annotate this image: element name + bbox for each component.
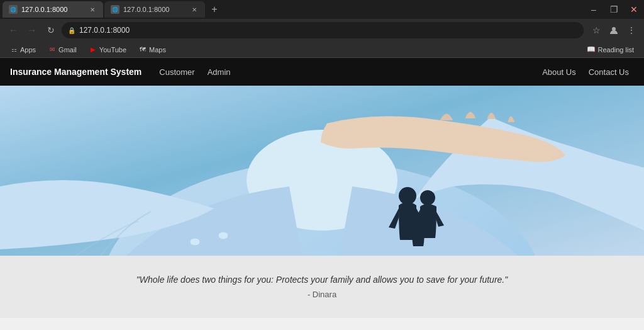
website-content: Insurance Management System Customer Adm… xyxy=(0,58,644,318)
youtube-favicon: ▶ xyxy=(89,46,97,54)
quote-author: - Dinara xyxy=(308,290,336,299)
svg-point-8 xyxy=(218,232,228,239)
maps-favicon: 🗺 xyxy=(139,46,147,54)
bookmark-apps-label: Apps xyxy=(20,46,36,54)
tab-2-title: 127.0.0.1:8000 xyxy=(123,6,186,13)
app-nav-links: Customer Admin xyxy=(154,65,235,79)
bookmark-youtube[interactable]: ▶ YouTube xyxy=(84,45,131,55)
menu-button[interactable]: ⋮ xyxy=(624,23,639,38)
app-navbar: Insurance Management System Customer Adm… xyxy=(0,58,644,86)
close-button[interactable]: ✕ xyxy=(626,2,641,17)
tab-2-close[interactable]: ✕ xyxy=(190,5,199,14)
hero-section xyxy=(0,86,644,256)
quote-section: "Whole life does two things for you: Pro… xyxy=(0,256,644,318)
url-display: 127.0.0.1:8000 xyxy=(79,26,577,35)
bookmark-star-button[interactable]: ☆ xyxy=(589,23,604,38)
address-input[interactable]: 🔒 127.0.0.1:8000 xyxy=(62,22,584,38)
bookmark-maps-label: Maps xyxy=(149,46,166,54)
bookmark-maps[interactable]: 🗺 Maps xyxy=(134,45,171,55)
app-brand: Insurance Management System xyxy=(10,67,142,77)
tab-1-favicon: 🌐 xyxy=(9,5,18,14)
address-bar: ← → ↻ 🔒 127.0.0.1:8000 ☆ ⋮ xyxy=(0,19,644,42)
apps-favicon: ⚏ xyxy=(10,46,18,54)
tab-2-favicon: 🌐 xyxy=(111,5,119,14)
new-tab-button[interactable]: + xyxy=(206,1,223,18)
bookmark-apps[interactable]: ⚏ Apps xyxy=(5,45,41,55)
address-bar-right: ☆ ⋮ xyxy=(589,23,639,38)
forward-button[interactable]: → xyxy=(24,22,40,38)
bookmarks-bar: ⚏ Apps ✉ Gmail ▶ YouTube 🗺 Maps 📖 Readin… xyxy=(0,42,644,58)
back-button[interactable]: ← xyxy=(5,22,21,38)
svg-point-4 xyxy=(399,187,416,205)
tab-1[interactable]: 🌐 127.0.0.1:8000 ✕ xyxy=(3,1,103,18)
lock-icon: 🔒 xyxy=(68,27,75,34)
minimize-button[interactable]: – xyxy=(586,2,601,17)
browser-chrome: 🌐 127.0.0.1:8000 ✕ 🌐 127.0.0.1:8000 ✕ + … xyxy=(0,0,644,58)
reload-button[interactable]: ↻ xyxy=(43,22,59,38)
hero-svg xyxy=(0,86,644,256)
quote-text: "Whole life does two things for you: Pro… xyxy=(136,275,508,285)
bookmark-youtube-label: YouTube xyxy=(99,46,126,54)
gmail-favicon: ✉ xyxy=(48,46,56,54)
nav-link-customer[interactable]: Customer xyxy=(154,65,199,79)
tab-2[interactable]: 🌐 127.0.0.1:8000 ✕ xyxy=(104,1,205,18)
restore-button[interactable]: ❐ xyxy=(606,2,621,17)
reading-list-label: Reading list xyxy=(598,46,634,54)
svg-point-5 xyxy=(420,190,435,205)
tab-1-title: 127.0.0.1:8000 xyxy=(21,6,84,13)
tab-bar-right: – ❐ ✕ xyxy=(586,2,641,17)
bookmark-gmail[interactable]: ✉ Gmail xyxy=(43,45,82,55)
svg-point-7 xyxy=(190,238,200,246)
nav-link-contact[interactable]: Contact Us xyxy=(584,65,634,79)
tab-bar: 🌐 127.0.0.1:8000 ✕ 🌐 127.0.0.1:8000 ✕ + … xyxy=(0,0,644,19)
bookmark-gmail-label: Gmail xyxy=(58,46,77,54)
nav-link-about[interactable]: About Us xyxy=(537,65,580,79)
tab-1-close[interactable]: ✕ xyxy=(88,5,97,14)
reading-list-icon: 📖 xyxy=(587,45,596,54)
app-nav-right: About Us Contact Us xyxy=(537,65,634,79)
reading-list-button[interactable]: 📖 Reading list xyxy=(582,44,639,55)
svg-point-6 xyxy=(412,212,423,224)
profile-button[interactable] xyxy=(606,23,621,38)
nav-link-admin[interactable]: Admin xyxy=(203,65,236,79)
